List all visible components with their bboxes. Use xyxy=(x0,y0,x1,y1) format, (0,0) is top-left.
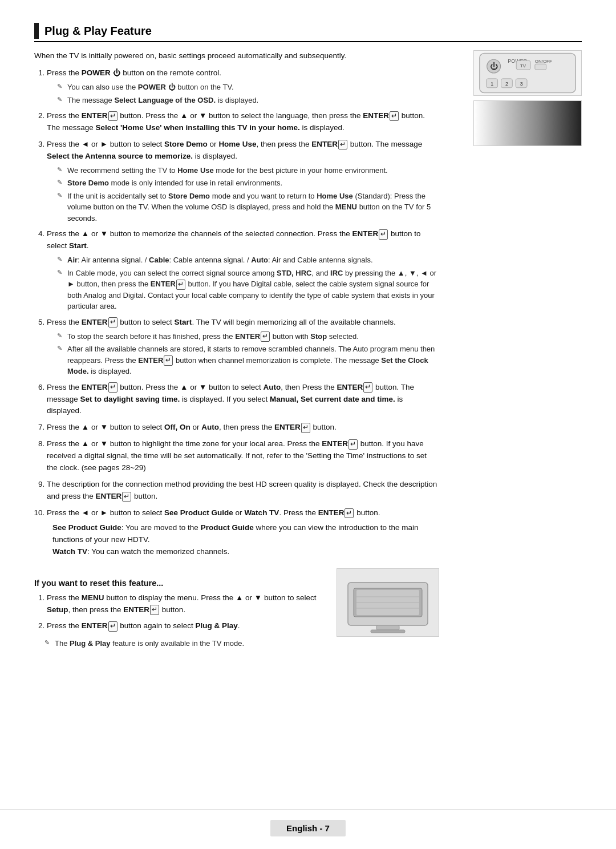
remote-control-image: ⏻ POWER TV ON/OFF 1 2 3 xyxy=(473,50,582,96)
page-title: Plug & Play Feature xyxy=(44,25,152,38)
step-5: Press the ENTER↵ button to select Start.… xyxy=(47,317,439,377)
page-wrapper: Plug & Play Feature When the TV is initi… xyxy=(34,23,582,652)
page-header: Plug & Play Feature xyxy=(34,23,582,42)
subnote-10-1: See Product Guide: You are moved to the … xyxy=(52,522,439,546)
color-gradient-image xyxy=(473,100,582,146)
svg-text:TV: TV xyxy=(520,63,526,68)
note-1-2: The message Select Language of the OSD. … xyxy=(57,95,439,106)
note-1-1: You can also use the POWER ⏻ button on t… xyxy=(57,82,439,93)
remote-svg: ⏻ POWER TV ON/OFF 1 2 3 xyxy=(474,50,581,96)
reset-heading: If you want to reset this feature... xyxy=(34,579,325,588)
step-4: Press the ▲ or ▼ button to memorize the … xyxy=(47,228,439,312)
step-10-text: Press the ◄ or ► button to select See Pr… xyxy=(47,508,380,517)
step-6-text: Press the ENTER↵ button. Press the ▲ or … xyxy=(47,383,414,415)
note-4-2: In Cable mode, you can select the correc… xyxy=(57,268,439,312)
reset-step-2: Press the ENTER↵ button again to select … xyxy=(47,620,325,632)
svg-rect-15 xyxy=(535,64,546,70)
reset-step-1: Press the MENU button to display the men… xyxy=(47,592,325,616)
subnote-10-2: Watch TV: You can watch the memorized ch… xyxy=(52,546,439,558)
step-5-text: Press the ENTER↵ button to select Start.… xyxy=(47,318,396,326)
note-4-1: Air: Air antenna signal. / Cable: Cable … xyxy=(57,254,439,266)
step-4-text: Press the ▲ or ▼ button to memorize the … xyxy=(47,229,421,250)
step-3-text: Press the ◄ or ► button to select Store … xyxy=(47,140,422,160)
step-1-text: Press the POWER ⏻ button on the remote c… xyxy=(47,68,221,77)
step-1: Press the POWER ⏻ button on the remote c… xyxy=(47,67,439,106)
top-image-block: ⏻ POWER TV ON/OFF 1 2 3 xyxy=(473,50,582,146)
svg-text:3: 3 xyxy=(520,81,523,87)
reset-note-1: The Plug & Play feature is only availabl… xyxy=(44,638,325,649)
svg-text:2: 2 xyxy=(505,81,508,87)
title-block: Plug & Play Feature xyxy=(34,23,582,42)
svg-text:ON/OFF: ON/OFF xyxy=(535,59,552,64)
reset-area: If you want to reset this feature... Pre… xyxy=(34,568,439,652)
step-2-text: Press the ENTER↵ button. Press the ▲ or … xyxy=(47,111,425,132)
step-4-notes: Air: Air antenna signal. / Cable: Cable … xyxy=(47,254,439,312)
note-3-1: We recommend setting the TV to Home Use … xyxy=(57,165,439,176)
note-3-2: Store Demo mode is only intended for use… xyxy=(57,177,439,189)
step-7-text: Press the ▲ or ▼ button to select Off, O… xyxy=(47,423,337,431)
note-3-3: If the unit is accidentally set to Store… xyxy=(57,191,439,224)
title-accent-bar xyxy=(34,23,39,39)
note-5-1: To stop the search before it has finishe… xyxy=(57,331,439,342)
main-text-column: When the TV is initially powered on, bas… xyxy=(34,50,445,652)
tv-remote-illustration xyxy=(342,571,433,634)
svg-rect-7 xyxy=(371,630,405,633)
svg-text:⏻: ⏻ xyxy=(490,62,498,71)
reset-steps-list: Press the MENU button to display the men… xyxy=(34,592,325,633)
step-9-text: The description for the connection metho… xyxy=(47,480,437,500)
step-6: Press the ENTER↵ button. Press the ▲ or … xyxy=(47,382,439,418)
step-9: The description for the connection metho… xyxy=(47,479,439,503)
footer-label: English - 7 xyxy=(270,820,346,836)
reset-text-block: If you want to reset this feature... Pre… xyxy=(34,568,325,652)
step-7: Press the ▲ or ▼ button to select Off, O… xyxy=(47,422,439,434)
step-1-notes: You can also use the POWER ⏻ button on t… xyxy=(47,82,439,106)
svg-text:1: 1 xyxy=(491,81,493,87)
step-5-notes: To stop the search before it has finishe… xyxy=(47,331,439,377)
reset-notes: The Plug & Play feature is only availabl… xyxy=(34,638,325,649)
step-3: Press the ◄ or ► button to select Store … xyxy=(47,139,439,224)
reset-section: If you want to reset this feature... Pre… xyxy=(34,568,439,652)
step-3-notes: We recommend setting the TV to Home Use … xyxy=(47,165,439,224)
step-2: Press the ENTER↵ button. Press the ▲ or … xyxy=(47,110,439,134)
svg-rect-6 xyxy=(376,625,399,630)
intro-paragraph: When the TV is initially powered on, bas… xyxy=(34,50,439,62)
main-steps-list: Press the POWER ⏻ button on the remote c… xyxy=(34,67,439,557)
note-5-2: After all the available channels are sto… xyxy=(57,343,439,377)
footer-bar: English - 7 xyxy=(0,809,616,849)
step-8-text: Press the ▲ or ▼ button to highlight the… xyxy=(47,439,427,472)
step-10: Press the ◄ or ► button to select See Pr… xyxy=(47,507,439,558)
main-layout: When the TV is initially powered on, bas… xyxy=(34,50,582,652)
step-10-subnotes: See Product Guide: You are moved to the … xyxy=(52,522,439,558)
step-8: Press the ▲ or ▼ button to highlight the… xyxy=(47,438,439,474)
reset-image xyxy=(337,568,439,637)
